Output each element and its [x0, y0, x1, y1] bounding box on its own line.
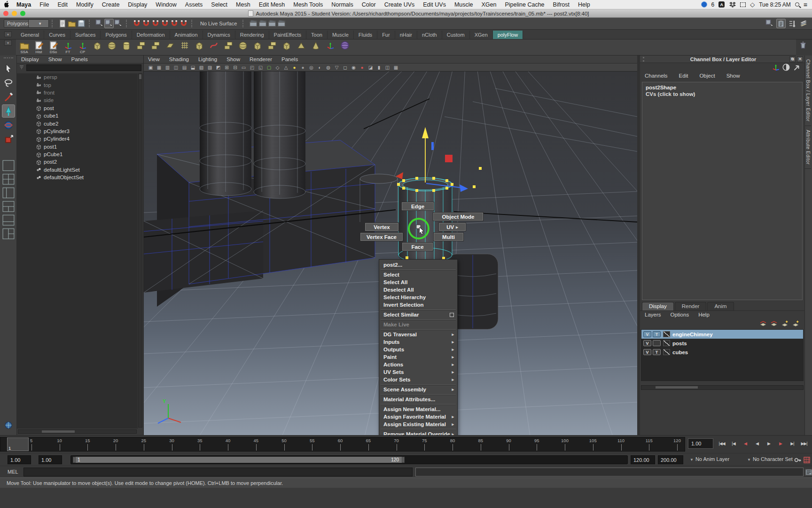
camera-attrs-icon[interactable]: ◩ — [214, 64, 222, 71]
auto-keyframe-icon[interactable] — [793, 456, 802, 464]
range-slider-bar[interactable]: 1 120 — [73, 457, 405, 463]
outliner-item-post1[interactable]: post1 — [17, 143, 138, 151]
scale-tool[interactable] — [2, 133, 15, 146]
layer-type-toggle[interactable] — [653, 340, 661, 346]
group-grip[interactable] — [52, 20, 55, 27]
range-end-handle[interactable] — [402, 457, 405, 463]
zoom-window-button[interactable] — [20, 11, 25, 16]
context-menu-deselect-all[interactable]: Deselect All — [379, 286, 457, 294]
layer-editor-menu-layers[interactable]: Layers — [640, 312, 666, 318]
layer-row-posts[interactable]: Vposts — [641, 339, 803, 348]
sidebar-tab-channel-box-layer-editor[interactable]: Channel Box / Layer Editor — [805, 56, 811, 126]
snap-to-points-icon[interactable] — [151, 19, 160, 28]
go-to-end-button[interactable]: ▶▶| — [798, 438, 810, 449]
film-gate-icon[interactable]: ▥ — [164, 64, 172, 71]
marking-menu-multi[interactable]: Multi — [434, 233, 463, 241]
menubar-item-select[interactable]: Select — [207, 1, 232, 8]
notification-center-icon[interactable]: ≡ — [804, 1, 807, 8]
context-menu-post2[interactable]: post2... — [379, 261, 457, 269]
shelf-tab-toon[interactable]: Toon — [306, 31, 328, 39]
command-input[interactable] — [23, 468, 413, 476]
separator-icon[interactable]: ▮ — [375, 64, 383, 71]
menubar-item-assets[interactable]: Assets — [181, 1, 207, 8]
bookmarks-icon[interactable]: ⊞ — [223, 64, 231, 71]
new-scene-icon[interactable] — [58, 19, 67, 28]
context-menu-assign-favorite-material[interactable]: Assign Favorite Material▸ — [379, 413, 457, 421]
poly-sphere-icon[interactable] — [105, 40, 118, 50]
viewport-menu-shading[interactable]: Shading — [165, 56, 193, 62]
axis-display-a-icon[interactable]: FT — [62, 40, 74, 54]
shelf-edit-a-icon[interactable]: Hist — [32, 40, 45, 54]
menubar-item-display[interactable]: Display — [124, 1, 151, 8]
layer-editor-tab-display[interactable]: Display — [642, 302, 674, 310]
shelf-tab-menu-icon[interactable]: ▾ — [4, 32, 12, 37]
menubar-item-bifrost[interactable]: Bifrost — [549, 1, 574, 8]
poly-extrude-icon[interactable] — [193, 40, 205, 50]
outliner-item-pcylinder3[interactable]: pCylinder3 — [17, 127, 138, 135]
context-menu-scene-assembly[interactable]: Scene Assembly▸ — [379, 386, 457, 393]
menubar-item-color[interactable]: Color — [358, 1, 380, 8]
outliner-item-top[interactable]: top — [17, 81, 138, 88]
camera-icon[interactable]: ▦ — [392, 64, 400, 71]
select-component-icon[interactable] — [114, 19, 123, 28]
panel-grip[interactable] — [643, 57, 657, 62]
layer-type-toggle[interactable]: T — [653, 331, 661, 337]
layer-row-cubes[interactable]: VTcubes — [641, 348, 803, 357]
modeling-toolkit-icon[interactable] — [765, 19, 774, 28]
move-layer-up-icon[interactable] — [759, 319, 767, 327]
menubar-item-maya[interactable]: Maya — [12, 1, 35, 8]
safe-action-icon[interactable]: ▧ — [197, 64, 205, 71]
paint-effects-sphere-icon[interactable] — [4, 421, 13, 429]
apple-menu-icon[interactable] — [0, 1, 12, 8]
poly-combine-icon[interactable] — [149, 40, 162, 50]
marking-menu-vertex-face[interactable]: Vertex Face — [360, 233, 403, 241]
make-live-icon[interactable] — [179, 19, 188, 28]
close-window-button[interactable] — [3, 11, 8, 16]
image-plane-icon[interactable]: ⊟ — [231, 64, 239, 71]
layer-color-swatch[interactable] — [663, 331, 670, 337]
outliner-item-post[interactable]: post — [17, 104, 138, 112]
playback-end-field[interactable]: 120.00 — [631, 455, 655, 464]
use-all-lights-icon[interactable]: ◇ — [273, 64, 281, 71]
exposure-icon[interactable]: ◻ — [341, 64, 349, 71]
outliner-item-cube2[interactable]: cube2 — [17, 119, 138, 127]
shelf-tab-general[interactable]: General — [16, 31, 44, 39]
menubar-item-edit-uvs[interactable]: Edit UVs — [419, 1, 450, 8]
select-tool[interactable] — [2, 62, 15, 75]
shelf-tab-deformation[interactable]: Deformation — [132, 31, 170, 39]
menubar-item-mesh-tools[interactable]: Mesh Tools — [289, 1, 327, 8]
snap-to-grid-icon[interactable] — [132, 19, 141, 28]
menubar-item-help[interactable]: Help — [574, 1, 594, 8]
select-object-icon[interactable] — [104, 19, 114, 28]
command-result-field[interactable] — [415, 468, 804, 476]
menubar-item-file[interactable]: File — [35, 1, 53, 8]
outliner-menu-panels[interactable]: Panels — [67, 56, 92, 62]
paint-select-tool[interactable] — [2, 90, 15, 103]
poly-orb-icon[interactable] — [338, 40, 351, 50]
context-menu-actions[interactable]: Actions▸ — [379, 361, 457, 368]
animation-preferences-icon[interactable] — [803, 456, 811, 464]
layer-editor-menu-options[interactable]: Options — [666, 312, 694, 318]
context-menu-paint[interactable]: Paint▸ — [379, 353, 457, 361]
undock-panel-button[interactable]: ⧉ — [789, 56, 796, 62]
step-forward-key-button[interactable]: ▶ — [775, 438, 786, 449]
menubar-item-mesh[interactable]: Mesh — [232, 1, 255, 8]
animation-end-field[interactable]: 200.00 — [658, 455, 683, 464]
shelf-folder-icon[interactable]: SSA — [18, 40, 31, 54]
outliner-item-pcube1[interactable]: pCube1 — [17, 151, 138, 158]
safe-title-icon[interactable]: ▨ — [206, 64, 214, 71]
snap-to-projected-center-icon[interactable] — [160, 19, 170, 28]
group-grip[interactable] — [89, 20, 92, 27]
outliner-item-cube1[interactable]: cube1 — [17, 112, 138, 119]
menubar-item-window[interactable]: Window — [151, 1, 180, 8]
shelf-tab-muscle[interactable]: Muscle — [328, 31, 354, 39]
blue-app-icon[interactable] — [701, 1, 707, 8]
creative-cloud-icon[interactable]: A — [718, 1, 725, 8]
shape-node-name[interactable]: post2Shape — [642, 82, 802, 91]
channel-box-menu-edit[interactable]: Edit — [674, 73, 693, 79]
context-menu-assign-existing-material[interactable]: Assign Existing Material▸ — [379, 421, 457, 428]
poly-cylinder-icon[interactable] — [120, 40, 133, 50]
layout-persp-outliner[interactable] — [2, 187, 15, 198]
shelf-tab-polygons[interactable]: Polygons — [101, 31, 132, 39]
shelf-tab-fluids[interactable]: Fluids — [354, 31, 377, 39]
